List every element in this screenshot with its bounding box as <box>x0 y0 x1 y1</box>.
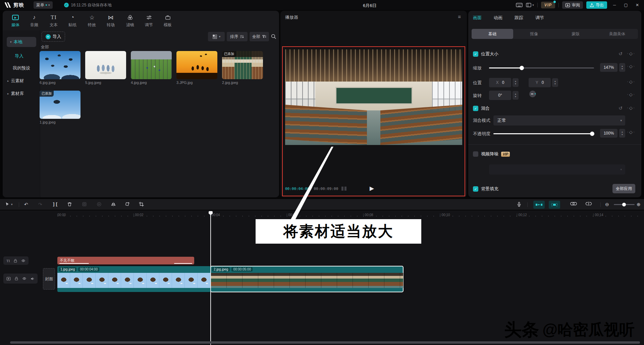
filter-button[interactable]: 全部 <box>250 32 269 41</box>
unlink-button[interactable] <box>585 202 592 206</box>
close-button[interactable]: ✕ <box>633 3 641 7</box>
sidebar-item-library[interactable]: ▸ 素材库 <box>7 91 24 97</box>
rotate-field[interactable]: 0° <box>489 91 511 100</box>
review-button[interactable]: 审阅 <box>562 1 583 9</box>
keyframe-control[interactable]: ‹◇› <box>627 105 634 110</box>
redo-button[interactable]: ↷ <box>38 202 42 207</box>
layout-switch-button[interactable]: ▾ <box>526 3 534 7</box>
sidebar-item-cloud[interactable]: ▸ 云素材 <box>7 78 24 84</box>
shortcut-keyboard-icon[interactable] <box>516 3 523 7</box>
eye-icon[interactable] <box>22 277 26 281</box>
tab-animation[interactable]: 动画 <box>494 15 502 21</box>
rotate-button[interactable] <box>125 202 130 207</box>
tab-picture[interactable]: 画面 <box>473 15 482 21</box>
tab-tracking[interactable]: 跟踪 <box>515 15 523 21</box>
subtab-basic[interactable]: 基础 <box>472 29 513 39</box>
media-item-thumbnail[interactable] <box>176 51 217 79</box>
reverse-button[interactable] <box>97 202 102 207</box>
import-button[interactable]: + 导入 <box>42 32 65 42</box>
media-item-thumbnail[interactable] <box>85 51 126 79</box>
maximize-button[interactable]: ▢ <box>622 3 630 7</box>
video-clip-1[interactable]: 1.jpg.jpeg 00:00:04:00 <box>57 266 211 292</box>
cover-button[interactable]: 封面 <box>43 268 55 290</box>
checkbox-checked-icon[interactable]: ✓ <box>473 51 478 57</box>
tab-audio[interactable]: ♪ 音频 <box>25 13 44 28</box>
vip-badge[interactable]: VIP <box>541 2 555 8</box>
sidebar-item-import[interactable]: 导入 <box>15 53 23 59</box>
clip-selection-box[interactable] <box>282 46 465 196</box>
delete-button[interactable] <box>67 202 72 207</box>
tab-sticker[interactable]: ◔ 贴纸 <box>63 13 82 28</box>
tab-adjust[interactable]: 调节 <box>535 15 544 21</box>
opacity-stepper[interactable]: ▲▼ <box>619 129 625 138</box>
opacity-slider[interactable] <box>493 133 594 134</box>
sidebar-item-local[interactable]: ▾ 本地 <box>7 37 36 47</box>
subtab-beauty[interactable]: 美颜美体 <box>596 29 638 39</box>
mirror-button[interactable] <box>111 202 116 207</box>
menu-button[interactable]: 菜单 ▾ <box>34 1 53 9</box>
text-clip[interactable]: 不见不散 <box>57 257 194 264</box>
apply-all-button[interactable]: 全部应用 <box>612 184 635 193</box>
media-item-thumbnail[interactable]: 已添加 <box>40 91 80 119</box>
eye-icon[interactable] <box>21 259 25 263</box>
freeze-frame-button[interactable] <box>82 202 87 207</box>
checkbox-unchecked-icon[interactable]: ✓ <box>473 151 478 157</box>
rotate-knob[interactable] <box>529 91 536 97</box>
link-button[interactable] <box>570 202 577 206</box>
tab-template[interactable]: 模板 <box>158 13 177 28</box>
keyframe-control[interactable]: ‹◇› <box>627 130 634 135</box>
scale-slider[interactable] <box>489 67 594 68</box>
player-menu-icon[interactable]: ≡ <box>458 14 461 19</box>
zoom-out-icon[interactable]: ⊖ <box>605 202 609 207</box>
tab-adjust[interactable]: 调节 <box>140 13 158 28</box>
undo-button[interactable]: ↶ <box>24 202 28 207</box>
scale-value[interactable]: 147% <box>600 63 618 72</box>
lock-icon[interactable] <box>13 259 17 263</box>
video-clip-2-selected[interactable]: 2.jpg.jpeg 00:00:05:00 <box>211 266 403 292</box>
keyframe-control[interactable]: ‹◇› <box>627 79 634 84</box>
keyframe-control[interactable]: ‹◇› <box>627 51 634 56</box>
tab-transition[interactable]: ⋈ 转场 <box>101 13 120 28</box>
position-x-field[interactable]: X0 <box>489 78 511 87</box>
export-button[interactable]: 导出 <box>586 1 607 9</box>
split-button[interactable]: ][ <box>52 202 58 207</box>
snap-toggle[interactable] <box>549 201 560 209</box>
minimize-button[interactable]: ─ <box>610 3 619 7</box>
keyframe-control[interactable]: ‹◇› <box>627 64 634 69</box>
auto-ripple-toggle[interactable] <box>533 201 545 209</box>
subtab-cutout[interactable]: 抠像 <box>513 29 555 39</box>
reset-icon[interactable]: ↺ <box>619 105 623 111</box>
speaker-icon[interactable] <box>30 277 35 281</box>
playhead[interactable] <box>210 212 211 345</box>
tab-media[interactable]: ▶ 媒体 <box>6 13 25 28</box>
checkbox-checked-icon[interactable]: ✓ <box>473 186 478 192</box>
checkbox-checked-icon[interactable]: ✓ <box>473 106 478 111</box>
keyframe-control[interactable]: ‹◇› <box>627 92 634 97</box>
lock-icon[interactable] <box>14 277 18 281</box>
subtab-mask[interactable]: 蒙版 <box>555 29 596 39</box>
timeline-zoom-slider[interactable] <box>614 204 635 205</box>
view-mode-button[interactable]: ▾ <box>208 32 225 41</box>
position-y-field[interactable]: Y0 <box>529 78 551 87</box>
select-tool-button[interactable]: ▾ <box>5 202 13 207</box>
sort-button[interactable]: 排序 <box>227 32 248 41</box>
record-voiceover-button[interactable] <box>517 202 522 207</box>
media-item-thumbnail[interactable] <box>131 51 172 79</box>
search-icon[interactable] <box>271 34 276 39</box>
position-y-stepper[interactable]: ▲▼ <box>552 78 558 87</box>
reset-icon[interactable]: ↺ <box>619 51 623 56</box>
sidebar-item-presets[interactable]: 我的预设 <box>13 65 30 71</box>
rotate-stepper[interactable]: ▲▼ <box>513 91 519 100</box>
play-button[interactable]: ▶ <box>370 185 374 192</box>
opacity-value[interactable]: 100% <box>600 129 618 138</box>
zoom-in-icon[interactable]: ⊕ <box>637 202 641 207</box>
tab-filter[interactable]: 滤镜 <box>121 13 140 28</box>
media-item-thumbnail[interactable] <box>40 51 80 79</box>
media-item-thumbnail[interactable]: 已添加 <box>222 51 263 79</box>
tab-effects[interactable]: ☆ 特效 <box>83 13 101 28</box>
frame-view-icon[interactable] <box>341 187 347 191</box>
crop-button[interactable] <box>139 202 144 207</box>
blend-mode-select[interactable]: 正常 ▾ <box>493 115 625 126</box>
scale-stepper[interactable]: ▲▼ <box>619 63 625 72</box>
position-x-stepper[interactable]: ▲▼ <box>513 78 519 87</box>
